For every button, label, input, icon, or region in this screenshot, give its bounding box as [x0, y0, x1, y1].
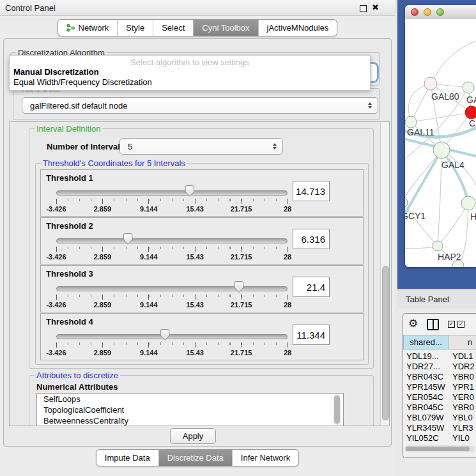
tab-cyni-toolbox[interactable]: Cyni Toolbox: [193, 20, 257, 36]
table-header-row: shared... n: [403, 335, 476, 349]
table-row[interactable]: YBR043CYBR0: [403, 371, 476, 381]
node-gcy1[interactable]: [405, 197, 408, 208]
slider-major-ticks: [56, 199, 288, 204]
algorithm-dropdown-popup: Select algorithm to view settings Manual…: [9, 55, 371, 91]
threshold-4-panel: Threshold 4 -3.4262.8599.14415.4321.7152…: [40, 313, 364, 360]
list-item[interactable]: TopologicalCoefficient: [37, 404, 343, 415]
threshold-1-value-field[interactable]: [293, 181, 330, 201]
threshold-2-value-field[interactable]: [293, 229, 330, 249]
bottom-tab-bar: Impute Data Discretize Data Infer Networ…: [0, 449, 395, 466]
network-highlight-edges: [405, 127, 476, 225]
svg-text:GA: GA: [466, 95, 476, 105]
settings-scrollbar[interactable]: [380, 122, 390, 426]
table-row[interactable]: YIL052CYIL0: [403, 433, 476, 443]
numerical-attributes-list[interactable]: SelfLoops TopologicalCoefficient Between…: [36, 393, 344, 426]
network-view-window: GAL80 GA C GAL11 GAL4 GCY1 H HAP2: [405, 5, 476, 267]
tab-impute-data[interactable]: Impute Data: [96, 450, 158, 466]
network-window-titlebar[interactable]: [405, 5, 476, 20]
column-header-shared-name[interactable]: shared...: [403, 335, 449, 349]
table-row[interactable]: YER054CYER0: [403, 392, 476, 402]
node-hap2[interactable]: [433, 241, 443, 251]
list-item[interactable]: SelfLoops: [37, 394, 343, 404]
columns-icon[interactable]: [427, 319, 439, 330]
node-h[interactable]: [461, 196, 475, 210]
slider-track[interactable]: [56, 286, 288, 291]
checkbox-icon[interactable]: ✓: [457, 321, 464, 328]
threshold-1-slider[interactable]: -3.4262.8599.14415.4321.71528: [56, 185, 288, 215]
panel-title: Control Panel: [5, 3, 56, 13]
threshold-label: Threshold 4: [46, 317, 93, 326]
float-window-icon[interactable]: [360, 5, 367, 12]
svg-text:GAL80: GAL80: [431, 91, 459, 102]
node-table-window: ⚙ ✓ ✓ shared... n YDL19...YDL1 YDR27...Y…: [403, 313, 476, 458]
tab-infer-network[interactable]: Infer Network: [232, 450, 298, 466]
svg-text:HAP2: HAP2: [438, 252, 461, 262]
threshold-3-panel: Threshold 3 -3.4262.8599.14415.4321.7152…: [40, 265, 364, 312]
svg-text:GAL11: GAL11: [407, 127, 434, 137]
node-gal80[interactable]: [424, 77, 437, 90]
network-node-labels: GAL80 GA C GAL11 GAL4 GCY1 H HAP2: [405, 91, 476, 262]
slider-track[interactable]: [56, 190, 288, 196]
svg-text:H: H: [470, 211, 476, 222]
list-item[interactable]: BetweennessCentrality: [37, 415, 343, 426]
table-panel-title: Table Panel: [406, 295, 449, 304]
threshold-3-value-field[interactable]: [293, 277, 330, 297]
svg-text:GAL4: GAL4: [441, 160, 464, 170]
list-scrollbar[interactable]: [334, 395, 341, 425]
apply-button[interactable]: Apply: [170, 428, 216, 444]
close-icon[interactable]: ✖: [372, 3, 379, 12]
tab-style[interactable]: Style: [117, 20, 153, 36]
top-tab-bar: Network Style Select Cyni Toolbox jActiv…: [0, 19, 395, 36]
threshold-4-slider[interactable]: -3.4262.8599.14415.4321.71528: [56, 329, 288, 358]
table-row[interactable]: YDL19...YDL1: [403, 351, 476, 361]
settings-scroll-area: Interval Definition Number of Intervals …: [9, 121, 390, 426]
tab-jactivemnodules[interactable]: jActiveMNodules: [258, 20, 337, 36]
network-canvas[interactable]: GAL80 GA C GAL11 GAL4 GCY1 H HAP2: [405, 19, 476, 267]
table-row[interactable]: YBL079WYBL0: [403, 412, 476, 422]
table-toolbar: ⚙ ✓ ✓: [403, 314, 476, 335]
slider-track[interactable]: [56, 334, 288, 339]
group-title: Attributes to discretize: [35, 371, 120, 380]
scrollbar-thumb[interactable]: [382, 266, 389, 420]
table-row[interactable]: YPR145WYPR1: [403, 381, 476, 392]
node-red-selected[interactable]: [465, 106, 476, 119]
threshold-4-value-field[interactable]: [293, 325, 330, 345]
column-header-name[interactable]: n: [449, 335, 476, 349]
tab-network[interactable]: Network: [58, 20, 118, 36]
scrollbar-thumb[interactable]: [406, 447, 470, 451]
table-row[interactable]: YDR27...YDR2: [403, 361, 476, 371]
tab-discretize-data[interactable]: Discretize Data: [158, 450, 232, 466]
threshold-3-slider[interactable]: -3.4262.8599.14415.4321.71528: [56, 281, 288, 311]
minimize-traffic-light-icon[interactable]: [424, 8, 431, 16]
tab-select[interactable]: Select: [153, 20, 193, 36]
table-horizontal-scrollbar[interactable]: [404, 445, 475, 452]
network-nodes[interactable]: [405, 77, 476, 267]
node-gal4[interactable]: [433, 142, 450, 158]
node-top-right[interactable]: [463, 82, 474, 93]
zoom-traffic-light-icon[interactable]: [436, 8, 444, 16]
node-gal11[interactable]: [405, 116, 417, 128]
control-panel: Control Panel ✖ Network Style Sel: [0, 0, 395, 476]
close-traffic-light-icon[interactable]: [411, 8, 418, 16]
table-panel-area: ⚙ ✓ ✓ shared... n YDL19...YDL1 YDR27...Y…: [397, 309, 476, 476]
number-of-intervals-combobox[interactable]: 5: [119, 138, 283, 155]
threshold-label: Threshold 2: [46, 221, 93, 231]
gear-icon[interactable]: ⚙: [408, 317, 418, 330]
combobox-value: galFiltered.sif default node: [30, 101, 127, 111]
threshold-2-slider[interactable]: -3.4262.8599.14415.4321.71528: [56, 233, 288, 263]
table-data-combobox[interactable]: galFiltered.sif default node: [22, 97, 378, 114]
slider-track[interactable]: [56, 238, 288, 243]
table-body: YDL19...YDL1 YDR27...YDR2 YBR043CYBR0 YP…: [403, 351, 476, 443]
svg-text:GCY1: GCY1: [405, 211, 426, 221]
dropdown-hint: Select algorithm to view settings: [10, 58, 370, 67]
slider-scale-labels: -3.4262.8599.14415.4321.71528: [56, 349, 288, 357]
slider-scale-labels: -3.4262.8599.14415.4321.71528: [56, 301, 288, 309]
network-graph-icon: [66, 24, 75, 32]
table-panel-header: Table Panel: [397, 289, 476, 310]
table-row[interactable]: YBR045CYBR0: [403, 402, 476, 412]
table-row[interactable]: YLR345WYLR3: [403, 422, 476, 433]
checkbox-icon[interactable]: ✓: [448, 321, 455, 328]
option-manual-discretization[interactable]: Manual Discretization: [13, 67, 99, 77]
threshold-label: Threshold 3: [46, 269, 93, 279]
option-equal-width-frequency[interactable]: Equal Width/Frequency Discretization: [13, 77, 152, 87]
